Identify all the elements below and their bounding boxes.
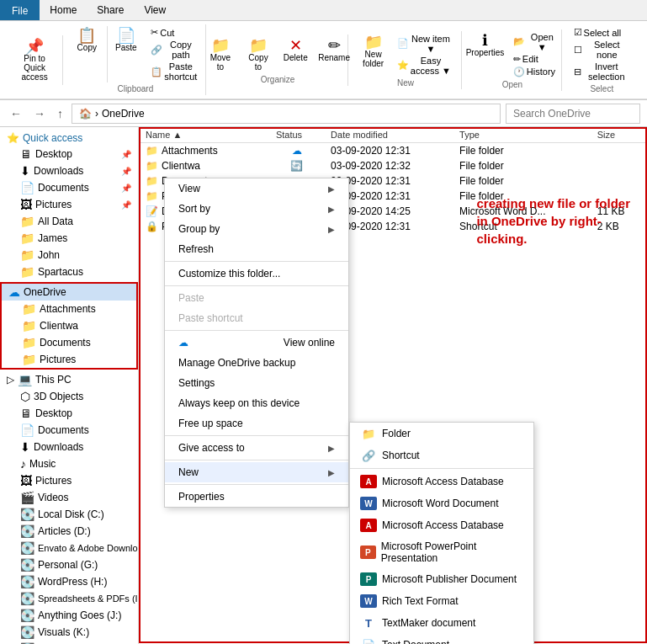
properties-button[interactable]: ℹ Properties <box>464 31 506 78</box>
sidebar-item-pictures-od[interactable]: 📁 Pictures <box>15 351 136 368</box>
ctx-paste-label: Paste <box>178 292 204 304</box>
pictures-qa-label: Pictures <box>35 199 72 210</box>
back-button[interactable]: ← <box>7 105 25 122</box>
invert-selection-button[interactable]: ⊟ Invert selection <box>570 61 634 82</box>
copy-path-button[interactable]: 🔗 Copy path <box>147 39 200 61</box>
sidebar-item-clientwa-od[interactable]: 📁 Clientwa <box>15 317 136 334</box>
ctx-properties[interactable]: Properties <box>165 487 348 507</box>
address-path[interactable]: 🏠 › OneDrive <box>72 104 501 124</box>
sidebar-item-attachments-od[interactable]: 📁 Attachments <box>15 301 136 317</box>
ctx-customize[interactable]: Customize this folder... <box>165 263 348 284</box>
submenu-publisher[interactable]: P Microsoft Publisher Document <box>350 568 533 590</box>
forward-button[interactable]: → <box>30 105 49 122</box>
disk-g-label: Personal (G:) <box>38 559 98 571</box>
sidebar-item-music[interactable]: ♪ Music <box>13 455 138 472</box>
sidebar-item-alldata[interactable]: 📁 All Data <box>13 213 138 230</box>
submenu-rtf[interactable]: W Rich Text Format <box>350 590 533 612</box>
sidebar-item-onedrive[interactable]: ☁ OneDrive <box>2 284 136 301</box>
easy-access-button[interactable]: ⭐ Easy access ▼ <box>394 55 455 77</box>
submenu-access-db[interactable]: A Microsoft Access Database <box>350 471 533 492</box>
sidebar-item-thispc[interactable]: ▷ 💻 This PC <box>0 371 138 388</box>
submenu-word-doc[interactable]: W Microsoft Word Document <box>350 492 533 514</box>
select-all-button[interactable]: ☑ Select all <box>570 26 634 39</box>
table-row[interactable]: 📁Clientwa 🔄 03-09-2020 12:32 File folder <box>139 158 647 173</box>
delete-button[interactable]: ✕ Delete <box>278 36 312 73</box>
new-folder-button[interactable]: 📁 Newfolder <box>357 33 390 77</box>
tab-view[interactable]: View <box>134 0 176 20</box>
submenu-shortcut[interactable]: 🔗 Shortcut <box>350 444 533 466</box>
ctx-give-access[interactable]: Give access to▶ <box>165 438 348 458</box>
ctx-groupby[interactable]: Group by▶ <box>165 219 348 239</box>
ctx-settings[interactable]: Settings <box>165 373 348 393</box>
sidebar-item-software-l[interactable]: 💽 Software (L:) <box>13 641 138 644</box>
copy-button[interactable]: 📋 Copy <box>70 26 103 82</box>
tab-home[interactable]: Home <box>40 0 87 20</box>
desktop-qa-icon: 🖥 <box>20 147 32 161</box>
tab-share[interactable]: Share <box>87 0 134 20</box>
tab-file[interactable]: File <box>0 0 40 20</box>
ctx-always-keep[interactable]: Always keep on this device <box>165 393 348 413</box>
ctx-view[interactable]: View▶ <box>165 178 348 199</box>
ctx-free-space[interactable]: Free up space <box>165 413 348 434</box>
table-row[interactable]: 📁Attachments ☁ 03-09-2020 12:31 File fol… <box>139 143 647 159</box>
ctx-paste-shortcut[interactable]: Paste shortcut <box>165 308 348 328</box>
ctx-new[interactable]: New▶ <box>165 462 348 482</box>
submenu-access-db2[interactable]: A Microsoft Access Database <box>350 514 533 536</box>
col-status[interactable]: Status <box>269 127 324 143</box>
sidebar-item-articles-d[interactable]: 💽 Articles (D:) <box>13 523 138 540</box>
sidebar-item-3dobjects[interactable]: ⬡ 3D Objects <box>13 388 138 405</box>
main-layout: ⭐ Quick access 🖥 Desktop 📌 ⬇ Downloads 📌… <box>0 127 647 644</box>
search-input[interactable] <box>506 104 640 124</box>
cut-button[interactable]: ✂ Cut <box>147 26 200 39</box>
open-btn[interactable]: 📂 Open ▼ <box>510 31 561 53</box>
sidebar-item-downloads-pc[interactable]: ⬇ Downloads <box>13 439 138 455</box>
submenu-textmaker[interactable]: T TextMaker document <box>350 612 533 634</box>
edit-button[interactable]: ✏ Edit <box>510 53 561 66</box>
sidebar-item-james[interactable]: 📁 James <box>13 230 138 247</box>
col-type[interactable]: Type <box>453 127 591 143</box>
col-size[interactable]: Size <box>591 127 647 143</box>
select-none-button[interactable]: ☐ Select none <box>570 39 634 61</box>
paste-shortcut-button[interactable]: 📋 Paste shortcut <box>147 61 200 82</box>
ctx-view-online[interactable]: ☁ View online <box>165 333 348 353</box>
sidebar-item-local-disk-c[interactable]: 💽 Local Disk (C:) <box>13 506 138 523</box>
history-button[interactable]: 🕐 History <box>510 66 561 78</box>
new-item-button[interactable]: 📄 New item ▼ <box>394 33 455 55</box>
quick-access-header[interactable]: ⭐ Quick access <box>0 130 138 146</box>
copy-to-button[interactable]: 📁 Copy to <box>241 36 276 73</box>
sidebar-item-anything-j[interactable]: 💽 Anything Goes (J:) <box>13 607 138 624</box>
ctx-manage-backup[interactable]: Manage OneDrive backup <box>165 353 348 373</box>
move-to-button[interactable]: 📁 Move to <box>203 36 238 73</box>
pin-to-quick-access-button[interactable]: 📌 Pin to Quickaccess <box>13 37 56 83</box>
ctx-refresh[interactable]: Refresh <box>165 239 348 259</box>
sidebar-item-videos[interactable]: 🎬 Videos <box>13 489 138 506</box>
ctx-sortby[interactable]: Sort by▶ <box>165 199 348 219</box>
sidebar-item-pictures-pc[interactable]: 🖼 Pictures <box>13 472 138 489</box>
paste-button[interactable]: 📄 Paste <box>107 26 141 82</box>
submenu-text-doc[interactable]: 📄 Text Document <box>350 634 533 644</box>
sidebar-item-spartacus[interactable]: 📁 Spartacus <box>13 263 138 280</box>
submenu-folder[interactable]: 📁 Folder <box>350 423 533 444</box>
file-type-documents: File folder <box>453 173 591 189</box>
rename-button[interactable]: ✏ Rename <box>316 36 353 73</box>
sidebar-item-documents-od[interactable]: 📁 Documents <box>15 334 136 351</box>
ctx-paste[interactable]: Paste <box>165 288 348 308</box>
sidebar-item-documents-qa[interactable]: 📄 Documents 📌 <box>13 179 138 196</box>
sidebar-item-pictures-qa[interactable]: 🖼 Pictures 📌 <box>13 196 138 213</box>
sidebar-item-desktop-qa[interactable]: 🖥 Desktop 📌 <box>13 146 138 162</box>
sidebar-item-downloads-qa[interactable]: ⬇ Downloads 📌 <box>13 162 138 179</box>
sidebar-item-john[interactable]: 📁 John <box>13 247 138 263</box>
sidebar-item-spreadsheets-i[interactable]: 💽 Spreadsheets & PDFs (I:) <box>13 590 138 607</box>
sidebar-item-desktop-pc[interactable]: 🖥 Desktop <box>13 405 138 422</box>
up-button[interactable]: ↑ <box>54 105 66 122</box>
submenu-powerpoint[interactable]: P Microsoft PowerPoint Presentation <box>350 536 533 568</box>
sidebar-item-visuals-k[interactable]: 💽 Visuals (K:) <box>13 624 138 641</box>
pin-indicator-pictures: 📌 <box>121 200 131 210</box>
sidebar-item-envato-f[interactable]: 💽 Envato & Adobe Downloads (F:) <box>13 540 138 556</box>
col-name[interactable]: Name ▲ <box>139 127 269 143</box>
sidebar-item-personal-g[interactable]: 💽 Personal (G:) <box>13 556 138 573</box>
col-date[interactable]: Date modified <box>324 127 453 143</box>
onedrive-label: OneDrive <box>24 286 66 298</box>
sidebar-item-documents-pc[interactable]: 📄 Documents <box>13 422 138 439</box>
sidebar-item-wordpress-h[interactable]: 💽 WordPress (H:) <box>13 573 138 590</box>
